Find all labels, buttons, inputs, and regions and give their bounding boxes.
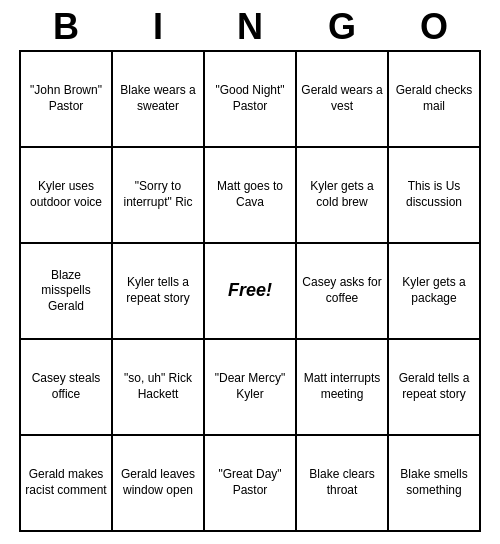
bingo-cell-9: This is Us discussion <box>389 148 481 244</box>
bingo-cell-0: "John Brown" Pastor <box>21 52 113 148</box>
bingo-cell-3: Gerald wears a vest <box>297 52 389 148</box>
bingo-cell-24: Blake smells something <box>389 436 481 532</box>
bingo-cell-7: Matt goes to Cava <box>205 148 297 244</box>
bingo-cell-1: Blake wears a sweater <box>113 52 205 148</box>
bingo-cell-17: "Dear Mercy" Kyler <box>205 340 297 436</box>
bingo-cell-23: Blake clears throat <box>297 436 389 532</box>
bingo-cell-6: "Sorry to interrupt" Ric <box>113 148 205 244</box>
bingo-cell-8: Kyler gets a cold brew <box>297 148 389 244</box>
bingo-letter-n: N <box>204 6 296 48</box>
bingo-letter-g: G <box>296 6 388 48</box>
bingo-cell-20: Gerald makes racist comment <box>21 436 113 532</box>
bingo-letter-i: I <box>112 6 204 48</box>
bingo-cell-12: Free! <box>205 244 297 340</box>
bingo-cell-18: Matt interrupts meeting <box>297 340 389 436</box>
bingo-cell-13: Casey asks for coffee <box>297 244 389 340</box>
bingo-cell-14: Kyler gets a package <box>389 244 481 340</box>
bingo-cell-10: Blaze misspells Gerald <box>21 244 113 340</box>
bingo-grid: "John Brown" PastorBlake wears a sweater… <box>19 50 481 532</box>
bingo-cell-22: "Great Day" Pastor <box>205 436 297 532</box>
bingo-cell-11: Kyler tells a repeat story <box>113 244 205 340</box>
bingo-cell-4: Gerald checks mail <box>389 52 481 148</box>
bingo-letter-b: B <box>20 6 112 48</box>
bingo-cell-5: Kyler uses outdoor voice <box>21 148 113 244</box>
bingo-cell-19: Gerald tells a repeat story <box>389 340 481 436</box>
bingo-cell-2: "Good Night" Pastor <box>205 52 297 148</box>
bingo-cell-15: Casey steals office <box>21 340 113 436</box>
bingo-letter-o: O <box>388 6 480 48</box>
bingo-cell-21: Gerald leaves window open <box>113 436 205 532</box>
bingo-cell-16: "so, uh" Rick Hackett <box>113 340 205 436</box>
bingo-title: BINGO <box>20 6 480 48</box>
